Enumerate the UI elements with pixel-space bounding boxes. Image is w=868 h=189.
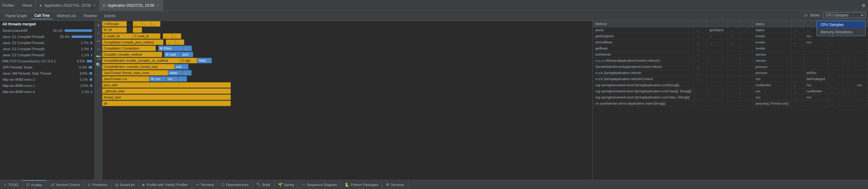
status-item-terminal[interactable]: ▭ Terminal (192, 180, 218, 189)
flame-cell[interactable]: M::IWait (158, 45, 183, 51)
table-row[interactable]: getBean ... invoke (593, 45, 868, 52)
flame-cell[interactable]: M::wait (164, 52, 181, 57)
dropdown-memory-allocations[interactable]: Memory Allocations (817, 28, 865, 36)
status-item-dependencies[interactable]: ⬡ Dependencies (218, 180, 252, 189)
flame-cell[interactable]: wait (175, 64, 189, 69)
toolbar-method-list[interactable]: Method List (54, 13, 79, 19)
flame-cell[interactable]: ... (182, 70, 192, 75)
table-row[interactable]: o.s.b.SpringApplication.refresh ... proc… (593, 70, 868, 76)
toolbar-timeline[interactable]: Timeline (80, 13, 100, 19)
toolbar-call-tree[interactable]: Call Tree (31, 12, 53, 19)
status-item-spring[interactable]: 🌱 Spring (274, 180, 298, 189)
dropdown-cpu-samples[interactable]: CPU Samples (817, 21, 865, 28)
flame-cell[interactable]: Compilation::compile_java_method (102, 39, 163, 45)
table-row[interactable]: o.s.c.s.AbstractApplicationContext.refre… (593, 58, 868, 64)
list-item[interactable]: JFR Periodic Tasks 4.3% (0, 64, 95, 70)
list-item[interactable]: Java: C2 CompilerThread1 1.7% (0, 40, 95, 46)
tab-app2[interactable]: ▶ Application 2022/7/31, 23:59 ✕ (99, 0, 163, 11)
flame-cell[interactable]: thread_start (102, 94, 231, 100)
settings-icon[interactable]: ⚙ (862, 3, 866, 8)
reset-zoom-icon[interactable]: 1:1 (95, 38, 102, 44)
flame-cell[interactable]: W::run (149, 76, 166, 82)
flame-cell[interactable]: ... (133, 21, 142, 27)
tab-app2-close[interactable]: ✕ (157, 4, 159, 7)
flame-cell[interactable]: IR::IR (102, 27, 127, 33)
flame-cell[interactable]: C::emit_lir (133, 33, 160, 39)
list-item[interactable]: Java: C2 CompilerThread2 1.1% (0, 52, 95, 58)
table-row[interactable]: doGetBean ... ... ... invoke ... run ... (593, 39, 868, 45)
flame-cell[interactable]: C::build_hir (102, 33, 133, 39)
cell: ... (828, 88, 843, 94)
flame-cell[interactable]: java_start (102, 82, 231, 88)
flame-cell[interactable]: park (181, 52, 193, 57)
table-row[interactable]: o.s.b.SpringApplication.refreshContext .… (593, 76, 868, 82)
zoom-in-icon[interactable]: + (95, 22, 102, 28)
table-row[interactable]: org.springframework.boot.SpringApplicati… (593, 88, 868, 94)
flame-cell[interactable]: JavaThread::thread_main_inner (102, 70, 168, 75)
tab-app1-close[interactable]: ✕ (93, 4, 95, 7)
list-item[interactable]: Java: C1 CompilerThread3 25.4% (0, 34, 95, 40)
status-item-version-control[interactable]: ⎇ Version Control (46, 180, 84, 189)
status-item-todo[interactable]: ✓ TODO (0, 180, 22, 189)
show-select[interactable]: CPU Samples Memory Allocations (823, 12, 866, 18)
zoom-out-icon[interactable]: − (95, 30, 102, 36)
status-item-problems[interactable]: ⚠ Problems (84, 180, 112, 189)
camera-icon[interactable]: 📷 (95, 54, 102, 60)
cell: run (804, 82, 828, 88)
table-row[interactable]: org.springframework.boot.SpringApplicati… (593, 82, 868, 88)
table-row[interactable]: ServletWebServerApplicationContext.refre… (593, 64, 868, 70)
flame-cell[interactable]: ... (142, 21, 151, 27)
cell (740, 52, 753, 58)
cell-status: run (753, 76, 791, 82)
table-row[interactable]: org.springframework.boot.SpringApplicati… (593, 94, 868, 100)
list-item[interactable]: Java: VM Periodic Task Thread 3.6% (0, 70, 95, 76)
table-row[interactable]: cn.yourbatman.demo.Application.main(Stri… (593, 100, 868, 106)
flame-cell[interactable]: ... (166, 39, 175, 45)
flame-cell[interactable]: all (102, 101, 231, 106)
flame-cell[interactable]: JavaThread::run (102, 76, 149, 82)
list-item[interactable]: RMI TCP Connection(1)-127.0.0.1 6.5% (0, 58, 95, 64)
show-select-wrapper[interactable]: CPU Samples Memory Allocations ▼ (823, 12, 866, 18)
list-item[interactable]: DestroyJavaVM 34.1% (0, 28, 95, 34)
flame-cell[interactable]: ... (172, 33, 181, 39)
flame-cell[interactable]: ... (183, 45, 192, 51)
flame-cell[interactable]: ... (163, 33, 172, 39)
flame-cell[interactable]: Compiler::compile_method (102, 52, 162, 57)
status-item-profile[interactable]: ▶ Profile with 'IntelliJ Profiler' (138, 180, 192, 189)
flame-cell[interactable]: C::get (180, 58, 197, 63)
flame-cell[interactable]: CompileBroker::compiler_thread_loop (102, 64, 175, 69)
toolbar-flame-graph[interactable]: Flame Graph (2, 13, 30, 19)
flame-cell[interactable]: _pthread_start (102, 88, 231, 94)
list-item[interactable]: http-nio-8080-exec-4 1.1% (0, 89, 95, 95)
flame-cell[interactable]: ... (175, 39, 184, 45)
status-item-sonarlint[interactable]: ◎ SonarLint (112, 180, 138, 189)
status-item-python-packages[interactable]: 🐍 Python Packages (341, 180, 382, 189)
tab-home[interactable]: Home (19, 0, 36, 11)
thread-name: DestroyJavaVM (2, 29, 51, 32)
flame-cell[interactable]: run (166, 76, 178, 82)
cell (828, 64, 843, 70)
flame-cell[interactable]: I::IRScope (102, 21, 127, 27)
status-item-services[interactable]: ⚙ Services (382, 180, 408, 189)
list-item[interactable]: http-nio-8080-exec-2 3.1% (0, 76, 95, 83)
flame-cell[interactable]: ... (178, 76, 187, 82)
flame-row: JavaThread::run W::run run ... (102, 76, 593, 82)
flame-cell[interactable]: ... (133, 27, 142, 33)
dependencies-icon: ⬡ (221, 183, 224, 187)
toolbar-events[interactable]: Events (101, 13, 119, 19)
call-tree-table-wrapper[interactable]: Method status parse (593, 21, 868, 180)
flame-cell[interactable]: IWait (197, 58, 212, 63)
status-item-build[interactable]: 🔨 Build (252, 180, 274, 189)
search-zoom-icon[interactable]: 🔍 (95, 62, 102, 68)
flame-cell[interactable]: CompileBroker::invoke_compiler_on_method (102, 58, 180, 63)
table-row[interactable]: onRefresh ... service (593, 52, 868, 58)
list-item[interactable]: http-nio-8080-exec-1 2.5% (0, 83, 95, 89)
circle-icon[interactable]: ○ (95, 46, 102, 52)
status-item-profiler[interactable]: ⏱ Profiler (22, 180, 46, 189)
list-item[interactable]: Java: C2 CompilerThread0 1.5% (0, 46, 95, 52)
flame-cell[interactable]: sleep (168, 70, 182, 75)
status-item-sequence-diagram[interactable]: ⋯ Sequence Diagram (298, 180, 341, 189)
flame-cell[interactable]: Compilation::Compilation (102, 45, 156, 51)
flame-cell[interactable]: ... (151, 21, 160, 27)
tab-app1[interactable]: ▶ Application 2022/7/31, 23:58 ✕ (36, 0, 99, 11)
